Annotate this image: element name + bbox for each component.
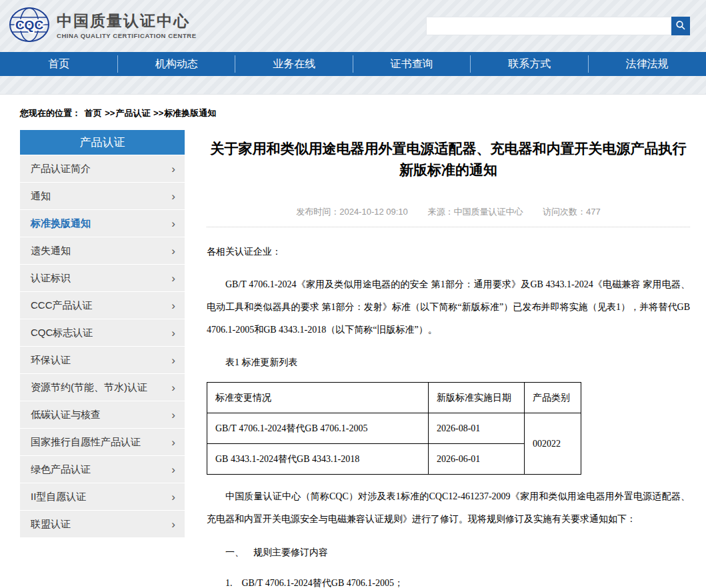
- paragraph-salutation: 各相关认证企业：: [207, 241, 690, 263]
- sidebar-item[interactable]: 联盟认证 ›: [20, 511, 185, 537]
- brand: CQC 中国质量认证中心 CHINA QUALITY CERTIFICATION…: [9, 7, 197, 45]
- sidebar-menu: 产品认证简介 › 通知 › 标准换版通知 › 遗失通知 › 认证标识 ›: [20, 155, 185, 537]
- site-header: CQC 中国质量认证中心 CHINA QUALITY CERTIFICATION…: [0, 0, 706, 52]
- search-input[interactable]: [427, 17, 672, 35]
- breadcrumb-link[interactable]: 首页: [85, 108, 102, 118]
- standards-table: 标准变更情况 新版标准实施日期 产品类别 GB/T 4706.1-2024替代G…: [207, 382, 581, 475]
- chevron-right-icon: ›: [171, 491, 175, 503]
- sidebar-item[interactable]: CCC产品认证 ›: [20, 292, 185, 319]
- nav-item[interactable]: 首页: [0, 52, 118, 76]
- breadcrumb-link[interactable]: 标准换版通知: [164, 108, 216, 118]
- page-body: 您现在的位置： 首页 >>产品认证 >>标准换版通知 产品认证 产品认证简介 ›…: [0, 94, 706, 588]
- main-nav: 首页 机构动态 业务在线 证书查询 联系方式 法律法规: [0, 52, 706, 76]
- cell-date: 2026-08-01: [429, 413, 525, 444]
- visit-count: 访问次数：477: [543, 207, 601, 217]
- nav-item[interactable]: 联系方式: [471, 52, 589, 76]
- sidebar-item[interactable]: 环保认证 ›: [20, 347, 185, 373]
- chevron-right-icon: ›: [171, 218, 175, 229]
- chevron-right-icon: ›: [171, 327, 175, 339]
- sidebar-item[interactable]: 产品认证简介 ›: [20, 155, 185, 182]
- search-box: [426, 17, 690, 35]
- sidebar-item[interactable]: 标准换版通知 ›: [20, 210, 185, 237]
- search-button[interactable]: [671, 17, 690, 35]
- sidebar-item[interactable]: 通知 ›: [20, 183, 185, 209]
- article-body: 各相关认证企业： GB/T 4706.1-2024《家用及类似用途电器的的安全 …: [207, 241, 690, 588]
- nav-item[interactable]: 法律法规: [589, 52, 706, 76]
- paragraph-intro: GB/T 4706.1-2024《家用及类似用途电器的的安全 第1部分：通用要求…: [207, 273, 690, 341]
- sidebar-item[interactable]: 认证标识 ›: [20, 265, 185, 291]
- paragraph-revision: 中国质量认证中心（简称CQC）对涉及表1标准的CQC12-461237-2009…: [207, 485, 690, 531]
- chevron-right-icon: ›: [171, 409, 175, 421]
- chevron-right-icon: ›: [171, 163, 175, 175]
- source: 来源：中国质量认证中心: [427, 207, 523, 217]
- header-category: 产品类别: [525, 383, 581, 413]
- cell-change: GB 4343.1-2024替代GB 4343.1-2018: [207, 444, 429, 475]
- sidebar-item[interactable]: II型自愿认证 ›: [20, 483, 185, 510]
- list-item-1: 1. GB/T 4706.1-2024替代GB 4706.1-2005；: [207, 572, 690, 588]
- sidebar-item[interactable]: 国家推行自愿性产品认证 ›: [20, 429, 185, 455]
- sidebar-title: 产品认证: [20, 130, 185, 155]
- sidebar-item[interactable]: 绿色产品认证 ›: [20, 456, 185, 483]
- header-change: 标准变更情况: [207, 383, 429, 413]
- cell-date: 2026-06-01: [429, 444, 525, 475]
- nav-item[interactable]: 机构动态: [118, 52, 236, 76]
- sidebar-item[interactable]: CQC标志认证 ›: [20, 319, 185, 346]
- svg-text:CQC: CQC: [15, 18, 44, 32]
- brand-title-en: CHINA QUALITY CERTIFICATION CENTRE: [57, 32, 197, 39]
- search-icon: [675, 20, 686, 33]
- table-header-row: 标准变更情况 新版标准实施日期 产品类别: [207, 383, 581, 413]
- section-heading-one: 一、 规则主要修订内容: [207, 541, 690, 564]
- publish-time: 发布时间：2024-10-12 09:10: [296, 207, 408, 217]
- breadcrumb-link[interactable]: 产品认证: [115, 108, 150, 118]
- nav-item[interactable]: 证书查询: [353, 52, 471, 76]
- nav-item[interactable]: 业务在线: [235, 52, 353, 76]
- chevron-right-icon: ›: [171, 273, 175, 284]
- article-title: 关于家用和类似用途电器用外置电源适配器、充电器和内置开关电源产品执行新版标准的通…: [207, 138, 690, 181]
- sidebar-item[interactable]: 低碳认证与核查 ›: [20, 401, 185, 428]
- chevron-right-icon: ›: [171, 191, 175, 202]
- table-caption: 表1 标准更新列表: [207, 351, 690, 374]
- article-meta: 发布时间：2024-10-12 09:10 来源：中国质量认证中心 访问次数：4…: [207, 206, 690, 227]
- cqc-logo-icon: CQC: [9, 7, 50, 45]
- chevron-right-icon: ›: [171, 300, 175, 311]
- table-row: GB/T 4706.1-2024替代GB 4706.1-2005 2026-08…: [207, 413, 581, 444]
- chevron-right-icon: ›: [171, 382, 175, 393]
- chevron-right-icon: ›: [171, 464, 175, 475]
- sidebar-item[interactable]: 遗失通知 ›: [20, 237, 185, 264]
- chevron-right-icon: ›: [171, 519, 175, 530]
- cell-product-category: 002022: [525, 413, 581, 475]
- article: 关于家用和类似用途电器用外置电源适配器、充电器和内置开关电源产品执行新版标准的通…: [207, 130, 690, 588]
- cell-change: GB/T 4706.1-2024替代GB 4706.1-2005: [207, 413, 429, 444]
- chevron-right-icon: ›: [171, 355, 175, 366]
- breadcrumb-label: 您现在的位置：: [20, 108, 81, 118]
- chevron-right-icon: ›: [171, 245, 175, 257]
- sidebar: 产品认证 产品认证简介 › 通知 › 标准换版通知 › 遗失通知 › 认证标: [20, 130, 185, 537]
- sidebar-item[interactable]: 资源节约(节能、节水)认证 ›: [20, 374, 185, 401]
- brand-title-cn: 中国质量认证中心: [57, 13, 197, 29]
- breadcrumb: 您现在的位置： 首页 >>产品认证 >>标准换版通知: [20, 107, 690, 119]
- chevron-right-icon: ›: [171, 437, 175, 448]
- header-date: 新版标准实施日期: [429, 383, 525, 413]
